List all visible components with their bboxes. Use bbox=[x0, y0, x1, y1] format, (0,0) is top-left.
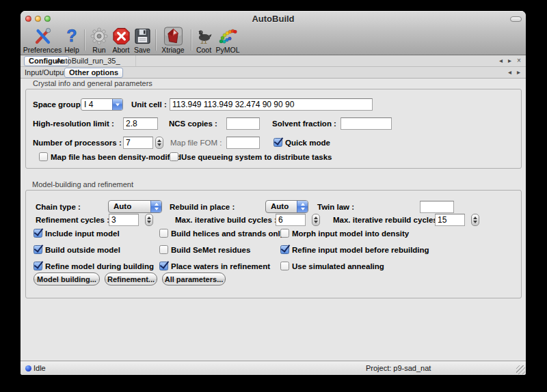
checkbox-simulated-annealing[interactable] bbox=[280, 262, 289, 270]
toolbar-preferences-label: Preferences bbox=[23, 46, 62, 54]
queueing-checkbox[interactable] bbox=[170, 152, 178, 161]
subtab-scroll-right-icon[interactable]: ▸ bbox=[517, 68, 520, 76]
toolbar-help-label: Help bbox=[64, 46, 79, 54]
toolbar-separator bbox=[155, 29, 156, 51]
toolbar-abort-button[interactable]: Abort bbox=[109, 27, 133, 54]
checkbox-build-helices-strands[interactable] bbox=[159, 229, 168, 238]
stop-x-icon bbox=[112, 27, 131, 46]
toolbar-preferences-button[interactable]: Preferences bbox=[23, 27, 62, 54]
rebuild-cycles-stepper[interactable] bbox=[471, 214, 479, 226]
toolbar-run-button[interactable]: Run bbox=[88, 27, 111, 54]
tab-other-options[interactable]: Other options bbox=[64, 68, 123, 78]
density-modified-checkbox[interactable] bbox=[39, 152, 48, 161]
label-refine-input-model: Refine input model before rebuilding bbox=[292, 246, 429, 255]
build-cycles-stepper[interactable] bbox=[312, 214, 320, 226]
label-morph-input-model: Morph input model into density bbox=[292, 229, 409, 238]
toolbar-help-button[interactable]: ? Help bbox=[62, 27, 82, 54]
checkbox-refine-input-model[interactable] bbox=[280, 245, 289, 254]
dropdown-arrow-icon[interactable] bbox=[112, 99, 122, 110]
rebuild-in-place-value: Auto bbox=[266, 201, 297, 212]
tab-autobuild-run[interactable]: AutoBuild_run_35_ bbox=[56, 57, 120, 65]
toolbar-toggle-button[interactable] bbox=[510, 16, 522, 22]
chain-type-popup[interactable]: Auto bbox=[108, 200, 162, 213]
checkbox-refine-during-building[interactable] bbox=[34, 262, 42, 270]
refinement-cycles-stepper[interactable] bbox=[145, 214, 153, 226]
help-icon: ? bbox=[64, 27, 79, 46]
quick-mode-checkbox[interactable] bbox=[274, 138, 282, 147]
map-fom-label: Map file FOM : bbox=[170, 139, 222, 148]
map-fom-field[interactable] bbox=[226, 137, 260, 149]
chain-type-label: Chain type : bbox=[36, 203, 81, 212]
coot-bird-icon bbox=[194, 27, 214, 46]
resize-grip[interactable] bbox=[516, 365, 525, 374]
build-cycles-label: Max. iterative build cycles : bbox=[175, 216, 277, 225]
toolbar-coot-button[interactable]: Coot bbox=[193, 27, 215, 54]
label-simulated-annealing: Use simulated annealing bbox=[292, 262, 384, 271]
toolbar-pymol-label: PyMOL bbox=[215, 46, 239, 54]
space-group-combobox[interactable]: I 4 bbox=[81, 98, 123, 111]
titlebar-toolbar: AutoBuild Preferences ? bbox=[21, 11, 526, 55]
sub-tab-bar: Input/Output Other options ◂ ▸ bbox=[21, 67, 526, 79]
toolbar-xtriage-button[interactable]: Xtriage bbox=[157, 27, 189, 54]
twin-law-field[interactable] bbox=[420, 201, 454, 213]
popup-arrows-icon[interactable] bbox=[150, 201, 161, 212]
unit-cell-field[interactable] bbox=[170, 98, 373, 111]
screenshot-stage: AutoBuild Preferences ? bbox=[0, 0, 547, 392]
popup-arrows-icon[interactable] bbox=[297, 201, 308, 212]
checkbox-build-semet[interactable] bbox=[159, 245, 168, 254]
refinement-button[interactable]: Refinement... bbox=[105, 272, 157, 285]
main-tab-bar: Configure AutoBuild_run_35_ ◂ ▸ × bbox=[21, 55, 526, 67]
status-indicator-icon bbox=[25, 365, 31, 372]
hires-label: High-resolution limit : bbox=[33, 120, 114, 128]
toolbar-separator bbox=[84, 29, 85, 51]
checkbox-include-input-model[interactable] bbox=[34, 229, 42, 238]
label-build-helices-strands: Build helices and strands only bbox=[171, 229, 284, 238]
solvent-fraction-field[interactable] bbox=[341, 117, 392, 130]
toolbar-save-label: Save bbox=[134, 46, 150, 54]
status-bar: Idle Project: p9-sad_nat bbox=[21, 361, 526, 375]
quick-mode-label: Quick mode bbox=[285, 139, 330, 148]
rebuild-cycles-field[interactable] bbox=[435, 214, 465, 226]
toolbar-separator bbox=[191, 29, 191, 51]
queueing-label: Use queueing system to distribute tasks bbox=[181, 153, 332, 162]
checkbox-morph-input-model[interactable] bbox=[280, 229, 289, 238]
rebuild-cycles-label: Max. iterative rebuild cycles : bbox=[333, 216, 442, 225]
toolbar-pymol-button[interactable]: PyMOL bbox=[215, 27, 241, 54]
gear-icon bbox=[90, 27, 109, 46]
pymol-ribbon-icon bbox=[217, 27, 238, 46]
checkbox-place-waters[interactable] bbox=[159, 262, 168, 270]
rebuild-in-place-popup[interactable]: Auto bbox=[265, 200, 308, 213]
toolbar-abort-label: Abort bbox=[112, 46, 129, 54]
density-modified-label: Map file has been density-modified bbox=[51, 153, 181, 162]
subtab-scroll-left-icon[interactable]: ◂ bbox=[508, 68, 511, 76]
window-title: AutoBuild bbox=[21, 14, 526, 24]
xtriage-crystal-icon bbox=[163, 27, 183, 46]
floppy-disk-icon bbox=[134, 27, 151, 46]
model-building-button[interactable]: Model building... bbox=[34, 272, 100, 285]
build-cycles-field[interactable] bbox=[276, 214, 306, 226]
toolbar-xtriage-label: Xtriage bbox=[161, 46, 184, 54]
nproc-field[interactable] bbox=[123, 137, 153, 149]
refinement-cycles-field[interactable] bbox=[109, 214, 139, 226]
hires-field[interactable] bbox=[123, 117, 158, 130]
status-project: Project: p9-sad_nat bbox=[366, 364, 431, 372]
toolbar-coot-label: Coot bbox=[196, 46, 211, 54]
tab-close-icon[interactable]: × bbox=[517, 57, 521, 65]
toolbar-save-button[interactable]: Save bbox=[132, 27, 152, 54]
tab-scroll-right-icon[interactable]: ▸ bbox=[508, 57, 511, 65]
label-build-outside-model: Build outside model bbox=[45, 246, 120, 255]
label-build-semet: Build SeMet residues bbox=[171, 246, 250, 255]
label-place-waters: Place waters in refinement bbox=[171, 262, 270, 271]
rebuild-in-place-label: Rebuild in place : bbox=[170, 203, 235, 212]
ncs-copies-field[interactable] bbox=[226, 117, 260, 130]
checkbox-build-outside-model[interactable] bbox=[34, 245, 42, 254]
tools-icon bbox=[33, 27, 52, 46]
nproc-stepper[interactable] bbox=[155, 137, 163, 149]
tab-input-output[interactable]: Input/Output bbox=[25, 68, 66, 76]
unit-cell-label: Unit cell : bbox=[131, 100, 167, 109]
tab-scroll-left-icon[interactable]: ◂ bbox=[499, 57, 503, 65]
svg-text:?: ? bbox=[66, 27, 77, 45]
chain-type-value: Auto bbox=[109, 201, 150, 212]
all-parameters-button[interactable]: All parameters... bbox=[162, 272, 226, 285]
toolbar-run-label: Run bbox=[92, 46, 105, 54]
